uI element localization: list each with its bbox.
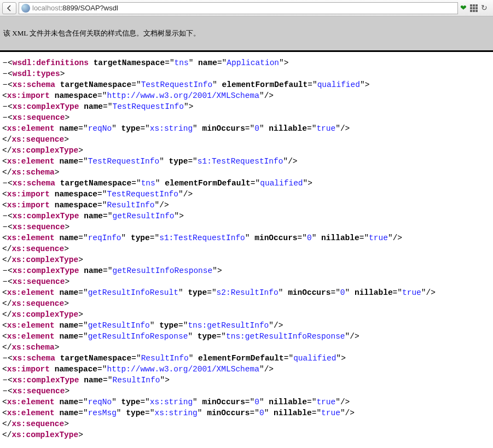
xml-line: −<xs:complexType name="TestRequestInfo"> — [2, 101, 491, 112]
xml-line: </xs:sequence> — [2, 134, 491, 145]
back-button[interactable] — [2, 2, 16, 14]
xml-line: −<xs:complexType name="ResultInfo"> — [2, 375, 491, 386]
xml-line: </xs:schema> — [2, 167, 491, 178]
collapse-toggle[interactable]: − — [2, 386, 8, 397]
xml-line: <xs:element name="getResultInfoResponse"… — [2, 331, 491, 342]
globe-icon — [21, 4, 30, 13]
collapse-toggle[interactable]: − — [2, 101, 8, 112]
xml-line: <xs:element name="reqNo" type="xs:string… — [2, 397, 491, 408]
url-text: localhost:8899/SOAP?wsdl — [32, 4, 118, 12]
collapse-toggle[interactable]: − — [2, 265, 8, 276]
url-bar[interactable]: localhost:8899/SOAP?wsdl — [19, 2, 458, 14]
xml-line: −<xs:sequence> — [2, 386, 491, 397]
xml-line: <xs:element name="reqNo" type="xs:string… — [2, 123, 491, 134]
shield-icon[interactable]: ❤ — [460, 3, 467, 13]
collapse-toggle[interactable]: − — [2, 112, 8, 123]
xml-line: −<wsdl:definitions targetNamespace="tns"… — [2, 57, 491, 68]
collapse-toggle[interactable]: − — [2, 68, 8, 79]
collapse-toggle[interactable]: − — [2, 57, 8, 68]
xml-line: −<wsdl:types> — [2, 68, 491, 79]
back-arrow-icon — [6, 5, 13, 11]
xml-line: −<xs:complexType name="getResultInfoResp… — [2, 265, 491, 276]
collapse-toggle[interactable]: − — [2, 375, 8, 386]
xml-line: <xs:import namespace="ResultInfo"/> — [2, 200, 491, 211]
xml-line: </xs:complexType> — [2, 309, 491, 320]
xml-line: <xs:import namespace="TestRequestInfo"/> — [2, 189, 491, 200]
browser-toolbar: localhost:8899/SOAP?wsdl ❤ ↻ — [0, 0, 493, 16]
collapse-toggle[interactable]: − — [2, 211, 8, 222]
xml-line: </xs:sequence> — [2, 298, 491, 309]
xml-line: <xs:import namespace="http://www.w3.org/… — [2, 364, 491, 375]
xml-line: <xs:import namespace="http://www.w3.org/… — [2, 90, 491, 101]
xml-line: </xs:complexType> — [2, 254, 491, 265]
xml-line: −<xs:schema targetNamespace="tns" elemen… — [2, 178, 491, 189]
xml-line: </xs:schema> — [2, 342, 491, 353]
xml-line: <xs:element name="resMsg" type="xs:strin… — [2, 408, 491, 418]
xml-line: <xs:element name="getResultInfoResult" t… — [2, 287, 491, 298]
refresh-icon[interactable]: ↻ — [481, 3, 488, 13]
xml-line: −<xs:complexType name="getResultInfo"> — [2, 211, 491, 222]
toolbar-right-icons: ❤ ↻ — [460, 3, 491, 13]
collapse-toggle[interactable]: − — [2, 178, 8, 189]
xml-line: −<xs:schema targetNamespace="ResultInfo"… — [2, 353, 491, 364]
xml-line: </xs:sequence> — [2, 418, 491, 429]
xml-tree: −<wsdl:definitions targetNamespace="tns"… — [0, 52, 493, 446]
xml-line: </xs:sequence> — [2, 243, 491, 254]
xml-line: −<xs:sequence> — [2, 222, 491, 232]
collapse-toggle[interactable]: − — [2, 79, 8, 90]
xml-line: −<xs:sequence> — [2, 276, 491, 287]
collapse-toggle[interactable]: − — [2, 353, 8, 364]
xml-line: </xs:complexType> — [2, 429, 491, 440]
xml-no-style-banner: 该 XML 文件并未包含任何关联的样式信息。文档树显示如下。 — [0, 16, 493, 50]
xml-line: −<xs:schema targetNamespace="TestRequest… — [2, 79, 491, 90]
xml-line: <xs:element name="getResultInfo" type="t… — [2, 320, 491, 331]
qr-icon[interactable] — [470, 4, 478, 12]
xml-line: −<xs:sequence> — [2, 112, 491, 123]
xml-line: <xs:element name="TestRequestInfo" type=… — [2, 156, 491, 167]
xml-line: <xs:element name="reqInfo" type="s1:Test… — [2, 232, 491, 243]
collapse-toggle[interactable]: − — [2, 222, 8, 232]
collapse-toggle[interactable]: − — [2, 276, 8, 287]
xml-line: </xs:complexType> — [2, 145, 491, 156]
